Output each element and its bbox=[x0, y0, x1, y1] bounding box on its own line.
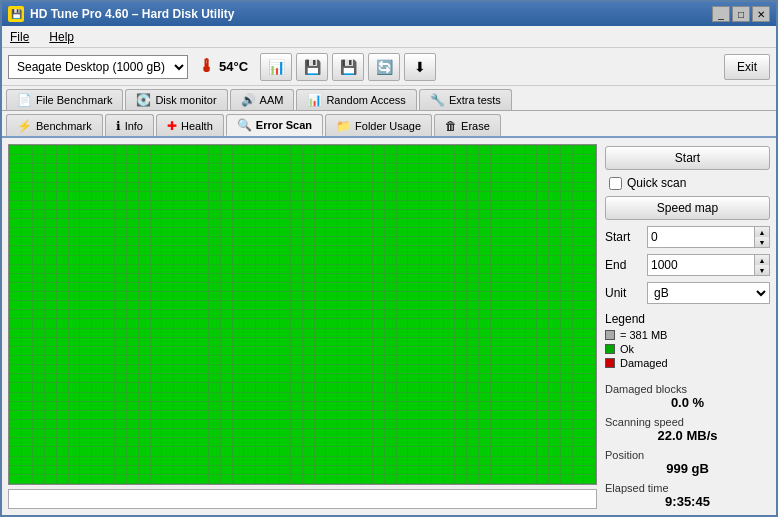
grid-cell bbox=[139, 329, 150, 337]
menu-help[interactable]: Help bbox=[45, 29, 78, 45]
grid-cell bbox=[57, 447, 68, 455]
grid-cell bbox=[479, 210, 490, 218]
grid-cell bbox=[162, 164, 173, 172]
tab-erase[interactable]: 🗑 Erase bbox=[434, 114, 501, 136]
grid-cell bbox=[80, 457, 91, 465]
tab-info[interactable]: ℹ Info bbox=[105, 114, 154, 136]
grid-cell bbox=[186, 219, 197, 227]
grid-cell bbox=[115, 447, 126, 455]
tab-folder-usage[interactable]: 📁 Folder Usage bbox=[325, 114, 432, 136]
grid-cell bbox=[92, 429, 103, 437]
start-input[interactable] bbox=[648, 227, 754, 247]
grid-cell bbox=[233, 265, 244, 273]
grid-cell bbox=[104, 347, 115, 355]
grid-cell bbox=[22, 411, 33, 419]
start-button[interactable]: Start bbox=[605, 146, 770, 170]
grid-cell bbox=[256, 283, 267, 291]
tab-error-scan[interactable]: 🔍 Error Scan bbox=[226, 114, 323, 136]
grid-cell bbox=[291, 183, 302, 191]
grid-cell bbox=[420, 475, 431, 483]
grid-cell bbox=[256, 292, 267, 300]
grid-cell bbox=[10, 383, 21, 391]
drive-dropdown[interactable]: Seagate Desktop (1000 gB) bbox=[8, 55, 188, 79]
grid-cell bbox=[209, 393, 220, 401]
grid-cell bbox=[104, 466, 115, 474]
grid-cell bbox=[174, 310, 185, 318]
maximize-button[interactable]: □ bbox=[732, 6, 750, 22]
thermometer-icon: 🌡 bbox=[198, 56, 216, 77]
end-spin-down[interactable]: ▼ bbox=[755, 265, 769, 275]
start-spin-down[interactable]: ▼ bbox=[755, 237, 769, 247]
grid-cell bbox=[22, 237, 33, 245]
grid-cell bbox=[315, 365, 326, 373]
grid-cell bbox=[362, 310, 373, 318]
grid-cell bbox=[291, 246, 302, 254]
grid-cell bbox=[385, 393, 396, 401]
tab-random-access[interactable]: 📊 Random Access bbox=[296, 89, 416, 110]
grid-cell bbox=[209, 365, 220, 373]
grid-cell bbox=[408, 246, 419, 254]
grid-cell bbox=[233, 393, 244, 401]
tab-benchmark[interactable]: ⚡ Benchmark bbox=[6, 114, 103, 136]
start-spin-up[interactable]: ▲ bbox=[755, 227, 769, 237]
toolbar-btn-3[interactable]: 💾 bbox=[332, 53, 364, 81]
grid-cell bbox=[537, 329, 548, 337]
grid-cell bbox=[104, 338, 115, 346]
stat-damaged-blocks-label: Damaged blocks bbox=[605, 383, 770, 395]
grid-cell bbox=[397, 393, 408, 401]
tab-extra-tests[interactable]: 🔧 Extra tests bbox=[419, 89, 512, 110]
unit-select[interactable]: gB MB Sectors bbox=[647, 282, 770, 304]
grid-cell bbox=[444, 192, 455, 200]
grid-cell bbox=[127, 274, 138, 282]
close-button[interactable]: ✕ bbox=[752, 6, 770, 22]
minimize-button[interactable]: _ bbox=[712, 6, 730, 22]
toolbar-btn-4[interactable]: 🔄 bbox=[368, 53, 400, 81]
grid-cell bbox=[174, 283, 185, 291]
grid-cell bbox=[420, 347, 431, 355]
grid-cell bbox=[291, 274, 302, 282]
grid-cell bbox=[69, 310, 80, 318]
grid-cell bbox=[362, 146, 373, 154]
grid-cell bbox=[467, 466, 478, 474]
quick-scan-checkbox[interactable] bbox=[609, 177, 622, 190]
grid-cell bbox=[57, 265, 68, 273]
grid-cell bbox=[502, 429, 513, 437]
menu-file[interactable]: File bbox=[6, 29, 33, 45]
grid-cell bbox=[315, 347, 326, 355]
tab-aam[interactable]: 🔊 AAM bbox=[230, 89, 295, 110]
tab-disk-monitor[interactable]: 💽 Disk monitor bbox=[125, 89, 227, 110]
grid-cell bbox=[139, 374, 150, 382]
grid-cell bbox=[33, 274, 44, 282]
toolbar-btn-2[interactable]: 💾 bbox=[296, 53, 328, 81]
exit-button[interactable]: Exit bbox=[724, 54, 770, 80]
grid-cell bbox=[338, 256, 349, 264]
grid-cell bbox=[69, 429, 80, 437]
grid-cell bbox=[385, 246, 396, 254]
quick-scan-label[interactable]: Quick scan bbox=[627, 176, 686, 190]
toolbar-btn-1[interactable]: 📊 bbox=[260, 53, 292, 81]
grid-cell bbox=[350, 402, 361, 410]
grid-cell bbox=[57, 237, 68, 245]
grid-cell bbox=[303, 319, 314, 327]
grid-cell bbox=[514, 146, 525, 154]
grid-cell bbox=[455, 457, 466, 465]
grid-cell bbox=[45, 155, 56, 163]
grid-cell bbox=[69, 246, 80, 254]
grid-cell bbox=[491, 356, 502, 364]
end-spin-up[interactable]: ▲ bbox=[755, 255, 769, 265]
grid-cell bbox=[514, 228, 525, 236]
speed-map-button[interactable]: Speed map bbox=[605, 196, 770, 220]
grid-cell bbox=[397, 383, 408, 391]
grid-cell bbox=[244, 192, 255, 200]
grid-cell bbox=[127, 383, 138, 391]
grid-cell bbox=[80, 292, 91, 300]
toolbar-btn-5[interactable]: ⬇ bbox=[404, 53, 436, 81]
grid-cell bbox=[268, 192, 279, 200]
grid-cell bbox=[198, 256, 209, 264]
tab-file-benchmark[interactable]: 📄 File Benchmark bbox=[6, 89, 123, 110]
tab-health[interactable]: ✚ Health bbox=[156, 114, 224, 136]
grid-cell bbox=[432, 457, 443, 465]
grid-cell bbox=[338, 347, 349, 355]
end-input[interactable] bbox=[648, 255, 754, 275]
grid-cell bbox=[573, 329, 584, 337]
